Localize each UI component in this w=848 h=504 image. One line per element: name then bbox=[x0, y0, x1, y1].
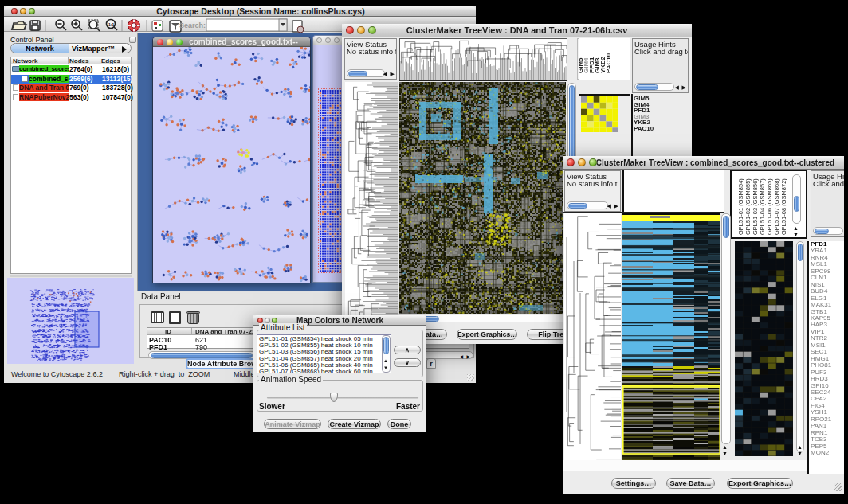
svg-text:1:1: 1:1 bbox=[108, 22, 114, 27]
svg-text:Search:: Search: bbox=[179, 21, 206, 29]
